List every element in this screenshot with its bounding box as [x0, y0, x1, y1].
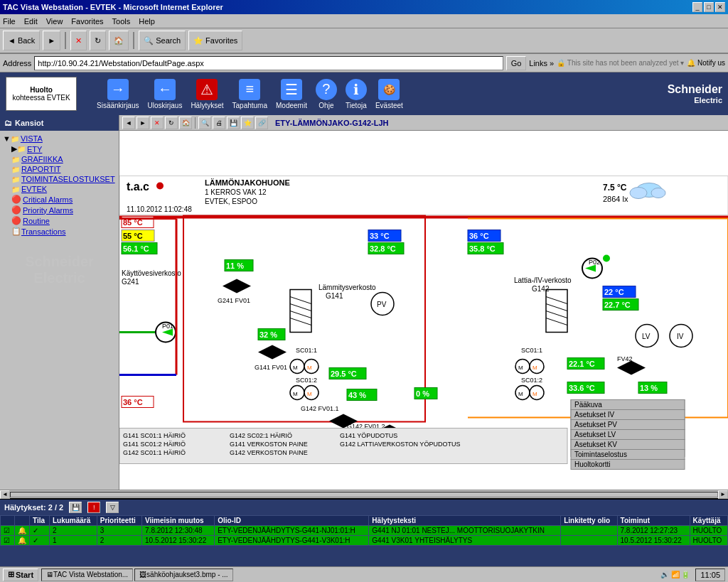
svg-text:Asetukset PV: Asetukset PV — [574, 421, 617, 429]
dtb-star-btn[interactable]: ⭐ — [241, 117, 254, 129]
stop-button[interactable]: ✕ — [70, 31, 87, 50]
notify-button[interactable]: 🔔 Notify us — [687, 59, 725, 67]
dtb-print-btn[interactable]: 🖨 — [213, 117, 225, 129]
sidebar-item-evtek[interactable]: 📁 EVTEK — [3, 184, 116, 194]
svg-text:G142 VERKOSTON PAINE: G142 VERKOSTON PAINE — [230, 449, 308, 456]
app-header: Huolto kohteessa EVTEK → Sisäänkirjaus ←… — [0, 72, 728, 115]
menu-tools[interactable]: Tools — [112, 17, 131, 26]
dtb-link-btn[interactable]: 🔗 — [255, 117, 268, 129]
sidebar-icon: 🗂 — [4, 119, 12, 127]
nav-help[interactable]: ? Ohje — [316, 79, 337, 109]
dtb-zoom-btn[interactable]: 🔍 — [198, 117, 211, 129]
col-halytys[interactable]: Hälytysteksti — [369, 516, 561, 526]
menu-edit[interactable]: Edit — [24, 17, 38, 26]
col-linkitetty[interactable]: Linkitetty olio — [561, 516, 617, 526]
alarm-ack-btn[interactable]: ! — [87, 502, 100, 513]
sidebar-item-critical[interactable]: 🔴 Critical Alarms — [3, 194, 116, 205]
title-bar: TAC Vista Webstation - EVTEK - Microsoft… — [0, 0, 728, 14]
svg-text:Toimintaselostus: Toimintaselostus — [574, 451, 627, 458]
alarm-icon-priority: 🔴 — [11, 205, 21, 215]
alarm-filter-btn[interactable]: ▽ — [106, 502, 119, 513]
col-lukumaara[interactable]: Lukumäärä — [49, 516, 97, 526]
sidebar-item-raportit[interactable]: 📁 RAPORTIT — [3, 164, 116, 174]
sidebar-item-toiminta[interactable]: 📁 TOIMINTASELOSTUKSET — [3, 174, 116, 184]
svg-marker-38 — [258, 345, 272, 360]
search-button[interactable]: 🔍 Search — [139, 31, 186, 50]
alarm-icon-critical: 🔴 — [11, 195, 21, 204]
col-olio[interactable]: Olio-ID — [215, 516, 369, 526]
alarm-save-btn[interactable]: 💾 — [69, 502, 82, 513]
back-button[interactable]: ◄ Back — [3, 31, 40, 50]
svg-point-2 — [156, 183, 164, 190]
svg-text:M: M — [518, 365, 523, 371]
links-button[interactable]: Links » — [529, 59, 554, 68]
help-icon: ? — [316, 79, 337, 100]
dtb-refresh-btn[interactable]: ↻ — [165, 117, 178, 129]
sidebar-label-critical: Critical Alarms — [23, 195, 73, 204]
dtb-save-btn[interactable]: 💾 — [227, 117, 240, 129]
col-viimeisin[interactable]: Viimeisin muutos — [142, 516, 215, 526]
sidebar-item-transactions[interactable]: 📋 Transactions — [3, 226, 116, 237]
sidebar-header: 🗂 Kansiot — [0, 115, 119, 131]
maximize-button[interactable]: □ — [704, 2, 714, 12]
menu-help[interactable]: Help — [139, 17, 155, 26]
svg-line-47 — [290, 297, 311, 304]
sidebar-item-ety[interactable]: ▶ 📁 ETY — [3, 144, 116, 154]
forward-button[interactable]: ► — [43, 31, 60, 50]
sidebar-item-priority[interactable]: 🔴 Priority Alarms — [3, 205, 116, 215]
nav-cookies[interactable]: 🍪 Evästeet — [375, 79, 403, 109]
sidebar-item-grafiikka[interactable]: 📁 GRAFIIKKA — [3, 154, 116, 164]
scrollbar-track[interactable] — [10, 492, 718, 497]
col-toiminut[interactable]: Toiminut — [617, 516, 690, 526]
start-button[interactable]: ⊞ Start — [3, 568, 38, 581]
svg-text:11.10.2012 11:02:48: 11.10.2012 11:02:48 — [127, 205, 192, 213]
nav-info[interactable]: ℹ Tietoja — [346, 79, 367, 109]
row1-toiminut: 7.8.2012 12:27:23 — [617, 526, 690, 536]
nav-modems[interactable]: ☰ Modeemit — [276, 79, 307, 109]
menu-favorites[interactable]: Favorites — [71, 17, 103, 26]
taskbar-item-2[interactable]: 🖼 sähköohjaukset3.bmp - ... — [134, 568, 233, 581]
scroll-right-button[interactable]: ► — [718, 490, 728, 499]
logout-icon: ← — [154, 79, 176, 100]
refresh-button[interactable]: ↻ — [90, 31, 106, 50]
menu-view[interactable]: View — [46, 17, 63, 26]
address-input[interactable] — [34, 56, 503, 70]
dtb-fwd-btn[interactable]: ► — [136, 117, 149, 129]
sidebar-label-routine: Routine — [23, 217, 50, 225]
nav-logout[interactable]: ← Uloskirjaus — [147, 79, 182, 109]
sidebar-item-routine[interactable]: 🔴 Routine — [3, 215, 116, 226]
dtb-home-btn[interactable]: 🏠 — [179, 117, 192, 129]
col-prioriteetti[interactable]: Prioriteetti — [97, 516, 141, 526]
table-row[interactable]: ☑ 🔔 ✓ 1 2 10.5.2012 15:30:22 ETY-VEDENJÄ… — [1, 536, 728, 546]
table-row[interactable]: ☑ 🔔 ✓ 2 3 7.8.2012 12:30:48 ETY-VEDENJÄÄ… — [1, 526, 728, 536]
nav-alarms[interactable]: ⚠ Hälytykset — [191, 79, 223, 109]
favorites-button[interactable]: ⭐ Favorites — [188, 31, 242, 50]
folder-icon-grafiikka: 📁 — [11, 156, 20, 163]
nav-events[interactable]: ≡ Tapahtuma — [232, 79, 267, 109]
svg-rect-46 — [290, 290, 311, 333]
svg-text:SC01:1: SC01:1 — [521, 347, 542, 354]
svg-line-92 — [546, 297, 567, 304]
sidebar-item-vista[interactable]: ▼ 📁 VISTA — [3, 134, 116, 144]
nav-alarms-label: Hälytykset — [191, 102, 223, 109]
close-button[interactable]: ✕ — [715, 2, 725, 12]
events-icon: ≡ — [239, 79, 260, 100]
dtb-back-btn[interactable]: ◄ — [122, 117, 135, 129]
menu-file[interactable]: File — [3, 17, 16, 26]
alarms-header: Hälytykset: 2 / 2 💾 ! ▽ — [0, 500, 728, 515]
dtb-stop-btn[interactable]: ✕ — [151, 117, 164, 129]
svg-text:22.7 °C: 22.7 °C — [604, 301, 631, 309]
home-button[interactable]: 🏠 — [109, 31, 129, 50]
col-tila[interactable]: Tila — [30, 516, 50, 526]
row1-bell: 🔔 — [15, 526, 30, 536]
svg-text:G141: G141 — [326, 292, 343, 300]
horizontal-scrollbar[interactable]: ◄ ► — [0, 490, 728, 498]
nav-events-label: Tapahtuma — [232, 102, 267, 109]
minimize-button[interactable]: _ — [692, 2, 702, 12]
scroll-left-button[interactable]: ◄ — [0, 490, 10, 499]
taskbar-item-1[interactable]: 🖥 TAC Vista Webstation... — [41, 568, 133, 581]
col-kayttaja[interactable]: Käyttäjä — [690, 516, 727, 526]
go-button[interactable]: Go — [506, 56, 527, 70]
nav-login[interactable]: → Sisäänkirjaus — [97, 79, 139, 109]
svg-text:G141 SC01:1 HÄIRIÖ: G141 SC01:1 HÄIRIÖ — [123, 432, 186, 439]
